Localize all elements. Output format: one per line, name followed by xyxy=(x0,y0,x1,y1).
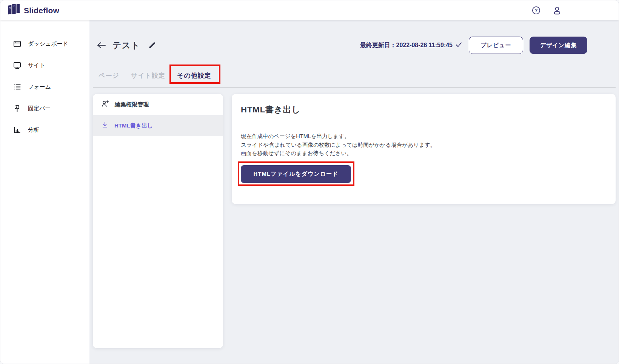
sidebar-item-label: 分析 xyxy=(28,126,39,134)
tab-divider xyxy=(93,87,616,88)
settings-menu-card: 編集権限管理 HTML書き出し xyxy=(93,94,223,348)
sidebar-item-site[interactable]: サイト xyxy=(0,55,89,76)
slideflow-logo-icon xyxy=(7,2,21,19)
user-icon[interactable] xyxy=(552,6,562,15)
top-header: Slideflow ? xyxy=(0,0,619,20)
tab-other-settings[interactable]: その他設定 xyxy=(176,67,212,84)
analytics-icon xyxy=(13,126,22,134)
app-window: Slideflow ? xyxy=(0,0,619,364)
description-line: スライドや含まれている画像の枚数によっては時間がかかる場合があります。 xyxy=(241,141,607,149)
page-header: テスト 最終更新日：2022-08-26 11:59:45 プレビュー デザイン… xyxy=(96,36,587,54)
form-icon xyxy=(13,83,22,91)
preview-button[interactable]: プレビュー xyxy=(469,37,523,54)
back-arrow-icon[interactable] xyxy=(96,41,106,50)
sidebar-item-form[interactable]: フォーム xyxy=(0,76,89,98)
description-line: 画面を移動せずにそのままお待ちください。 xyxy=(241,149,607,158)
last-updated-text: 最終更新日：2022-08-26 11:59:45 xyxy=(360,41,453,49)
svg-text:?: ? xyxy=(535,8,538,13)
menu-item-html-export[interactable]: HTML書き出し xyxy=(93,115,223,136)
download-html-button[interactable]: HTMLファイルをダウンロード xyxy=(241,165,351,183)
description-line: 現在作成中のページをHTMLを出力します。 xyxy=(241,132,607,141)
menu-item-label: HTML書き出し xyxy=(114,122,153,129)
sidebar-item-analytics[interactable]: 分析 xyxy=(0,119,89,141)
page-title: テスト xyxy=(112,40,140,51)
help-icon[interactable]: ? xyxy=(531,6,541,15)
logo-wordmark: Slideflow xyxy=(24,6,59,15)
fixed-bar-icon xyxy=(13,104,22,113)
user-plus-icon xyxy=(101,100,109,109)
sidebar-nav: ダッシュボード サイト xyxy=(0,20,89,364)
sidebar-item-label: サイト xyxy=(28,62,45,69)
sidebar-item-fixed-bar[interactable]: 固定バー xyxy=(0,98,89,119)
menu-item-edit-permissions[interactable]: 編集権限管理 xyxy=(93,94,223,115)
last-updated-status: 最終更新日：2022-08-26 11:59:45 xyxy=(360,41,462,49)
sidebar-item-label: フォーム xyxy=(28,83,51,91)
main-content: テスト 最終更新日：2022-08-26 11:59:45 プレビュー デザイン… xyxy=(89,20,619,364)
sidebar-item-label: 固定バー xyxy=(28,105,51,112)
site-icon xyxy=(13,61,22,70)
tab-bar: ページ サイト設定 その他設定 xyxy=(98,67,212,84)
sidebar-item-dashboard[interactable]: ダッシュボード xyxy=(0,33,89,55)
tab-page[interactable]: ページ xyxy=(98,67,120,84)
sidebar-item-label: ダッシュボード xyxy=(28,40,68,48)
html-export-panel: HTML書き出し 現在作成中のページをHTMLを出力します。 スライドや含まれて… xyxy=(232,94,616,204)
tab-site-settings[interactable]: サイト設定 xyxy=(130,67,166,84)
panel-description: 現在作成中のページをHTMLを出力します。 スライドや含まれている画像の枚数によ… xyxy=(241,132,607,158)
edit-pencil-icon[interactable] xyxy=(148,41,156,49)
check-icon xyxy=(456,42,462,49)
panel-title: HTML書き出し xyxy=(241,104,607,115)
menu-item-label: 編集権限管理 xyxy=(115,101,149,108)
design-edit-button[interactable]: デザイン編集 xyxy=(530,37,587,54)
download-icon xyxy=(101,121,109,131)
slideflow-logo[interactable]: Slideflow xyxy=(7,2,59,19)
dashboard-icon xyxy=(13,40,22,48)
